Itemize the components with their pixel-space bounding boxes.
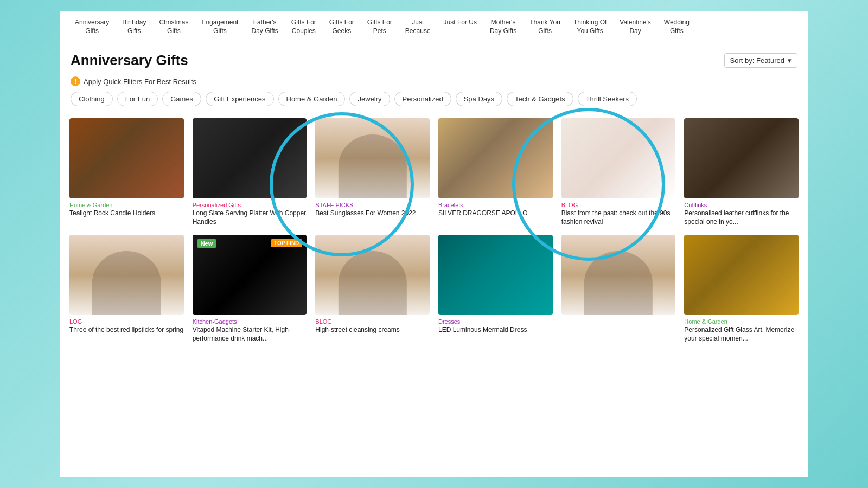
nav-item-wedding[interactable]: Wedding Gifts <box>658 15 696 38</box>
nav-item-just-because[interactable]: Just Because <box>399 15 437 38</box>
product-image-p11 <box>561 235 676 315</box>
nav-item-thank-you[interactable]: Thank You Gifts <box>523 15 567 38</box>
sort-dropdown[interactable]: Sort by: Featured ▾ <box>724 53 797 68</box>
product-grid: Home & GardenTealight Rock Candle Holder… <box>60 114 808 347</box>
nav-item-geeks[interactable]: Gifts For Geeks <box>323 15 361 38</box>
product-card-p10[interactable]: DressesLED Luminous Mermaid Dress <box>434 230 557 347</box>
category-pill-jewelry[interactable]: Jewelry <box>349 92 390 106</box>
product-card-p1[interactable]: Home & GardenTealight Rock Candle Holder… <box>65 114 188 230</box>
nav-item-christmas[interactable]: Christmas Gifts <box>152 15 195 38</box>
product-name-p10: LED Luminous Mermaid Dress <box>438 326 553 335</box>
product-category-p4: Bracelets <box>438 202 553 208</box>
badge-top-find: TOP FIND <box>271 239 302 247</box>
nav-item-mothers[interactable]: Mother's Day Gifts <box>483 15 523 38</box>
product-name-p1: Tealight Rock Candle Holders <box>69 209 184 218</box>
filter-label: Apply Quick Filters For Best Results <box>84 78 196 86</box>
category-pill-spa-days[interactable]: Spa Days <box>456 92 502 106</box>
category-pill-home-&-garden[interactable]: Home & Garden <box>278 92 346 106</box>
product-image-p2 <box>193 118 307 198</box>
filter-icon: ! <box>71 76 80 86</box>
product-image-p1 <box>69 118 184 198</box>
product-card-p6[interactable]: CufflinksPersonalised leather cufflinks … <box>680 114 803 230</box>
product-image-p5 <box>561 118 676 198</box>
product-image-p9 <box>315 235 430 315</box>
category-pills: ClothingFor FunGamesGift ExperiencesHome… <box>60 92 808 114</box>
category-pill-thrill-seekers[interactable]: Thrill Seekers <box>578 92 637 106</box>
quick-filter-bar: ! Apply Quick Filters For Best Results <box>60 73 808 92</box>
product-image-p12 <box>684 235 799 315</box>
nav-item-couples[interactable]: Gifts For Couples <box>285 15 323 38</box>
product-image-p10 <box>438 235 553 315</box>
product-name-p8: Vitapod Machine Starter Kit, High-perfor… <box>193 326 307 343</box>
product-image-p4 <box>438 118 553 198</box>
badge-new: New <box>197 239 217 248</box>
product-name-p7: Three of the best red lipsticks for spri… <box>69 326 184 335</box>
nav-item-thinking-of[interactable]: Thinking Of You Gifts <box>567 15 613 38</box>
product-card-p7[interactable]: LOGThree of the best red lipsticks for s… <box>65 230 188 347</box>
product-name-p4: SILVER DRAGORSE APOLLO <box>438 209 553 218</box>
product-name-p2: Long Slate Serving Platter With Copper H… <box>193 209 307 226</box>
nav-item-engagement[interactable]: Engagement Gifts <box>195 15 245 38</box>
category-pill-for-fun[interactable]: For Fun <box>117 92 158 106</box>
product-category-p8: Kitchen-Gadgets <box>193 318 307 325</box>
product-name-p5: Blast from the past: check out the 90s f… <box>561 209 676 226</box>
product-card-p5[interactable]: BLOGBlast from the past: check out the 9… <box>557 114 680 230</box>
nav-item-pets[interactable]: Gifts For Pets <box>361 15 399 38</box>
category-pill-gift-experiences[interactable]: Gift Experiences <box>206 92 273 106</box>
chevron-down-icon: ▾ <box>788 56 792 65</box>
product-category-p6: Cufflinks <box>684 202 799 208</box>
top-nav: Anniversary GiftsBirthday GiftsChristmas… <box>60 11 808 43</box>
category-pill-personalized[interactable]: Personalized <box>394 92 451 106</box>
product-category-p1: Home & Garden <box>69 202 184 208</box>
product-image-p3 <box>315 118 430 198</box>
product-card-p2[interactable]: Personalized GiftsLong Slate Serving Pla… <box>188 114 311 230</box>
product-name-p6: Personalised leather cufflinks for the s… <box>684 209 799 226</box>
category-pill-tech-&-gadgets[interactable]: Tech & Gadgets <box>507 92 573 106</box>
main-container: Anniversary GiftsBirthday GiftsChristmas… <box>60 11 808 477</box>
nav-item-birthday[interactable]: Birthday Gifts <box>116 15 152 38</box>
page-header: Anniversary Gifts Sort by: Featured ▾ <box>60 43 808 73</box>
product-name-p12: Personalized Gift Glass Art. Memorize yo… <box>684 326 799 343</box>
product-category-p2: Personalized Gifts <box>193 202 307 208</box>
product-image-p6 <box>684 118 799 198</box>
product-category-p9: BLOG <box>315 318 430 325</box>
product-card-p9[interactable]: BLOGHigh-street cleansing creams <box>311 230 434 347</box>
product-name-p3: Best Sunglasses For Women 2022 <box>315 209 430 218</box>
product-name-p9: High-street cleansing creams <box>315 326 430 335</box>
product-category-p3: STAFF PICKS <box>315 202 430 208</box>
product-category-p10: Dresses <box>438 318 553 325</box>
nav-item-just-for-us[interactable]: Just For Us <box>437 15 483 38</box>
product-card-p3[interactable]: STAFF PICKSBest Sunglasses For Women 202… <box>311 114 434 230</box>
product-card-p11[interactable] <box>557 230 680 347</box>
category-pill-clothing[interactable]: Clothing <box>71 92 113 106</box>
product-card-p8[interactable]: NewTOP FINDKitchen-GadgetsVitapod Machin… <box>188 230 311 347</box>
product-image-p8: NewTOP FIND <box>193 235 307 315</box>
product-category-p7: LOG <box>69 318 184 325</box>
product-card-p4[interactable]: BraceletsSILVER DRAGORSE APOLLO <box>434 114 557 230</box>
product-image-p7 <box>69 235 184 315</box>
product-category-p5: BLOG <box>561 202 676 208</box>
nav-item-anniversary[interactable]: Anniversary Gifts <box>68 15 116 38</box>
category-pill-games[interactable]: Games <box>162 92 201 106</box>
page-title: Anniversary Gifts <box>71 52 188 69</box>
nav-item-valentines[interactable]: Valentine's Day <box>613 15 657 38</box>
nav-item-fathers[interactable]: Father's Day Gifts <box>245 15 284 38</box>
product-category-p12: Home & Garden <box>684 318 799 325</box>
product-card-p12[interactable]: Home & GardenPersonalized Gift Glass Art… <box>680 230 803 347</box>
